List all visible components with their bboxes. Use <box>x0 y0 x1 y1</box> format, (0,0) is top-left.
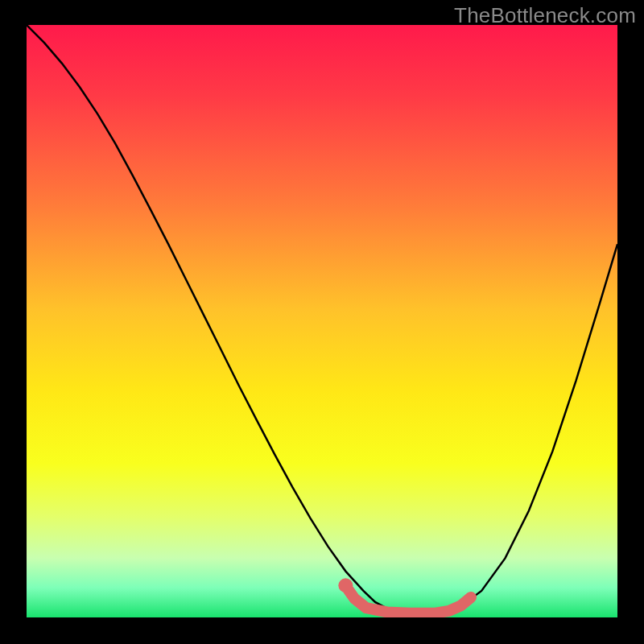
chart-svg <box>0 0 644 644</box>
watermark-text: TheBottleneck.com <box>454 3 636 28</box>
optimal-peak-marker <box>338 578 353 592</box>
plot-background <box>27 25 617 617</box>
chart-frame: { "watermark": "TheBottleneck.com", "cha… <box>0 0 644 644</box>
